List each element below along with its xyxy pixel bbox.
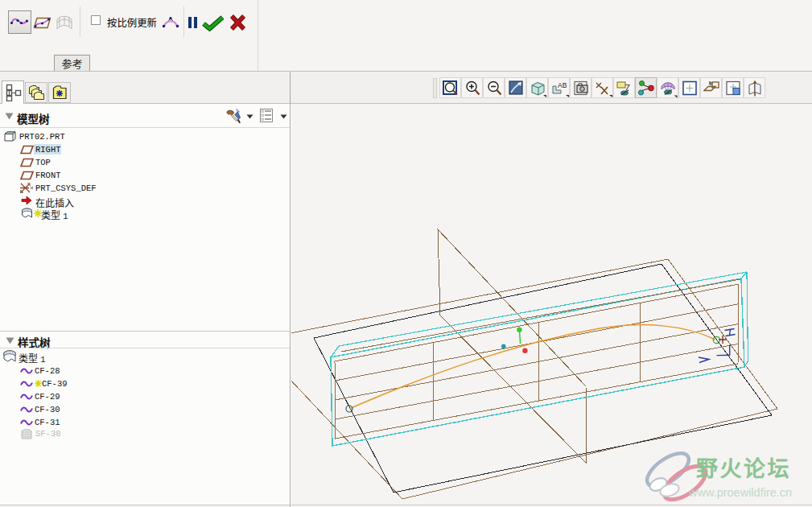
svg-text:AB: AB xyxy=(558,81,567,89)
